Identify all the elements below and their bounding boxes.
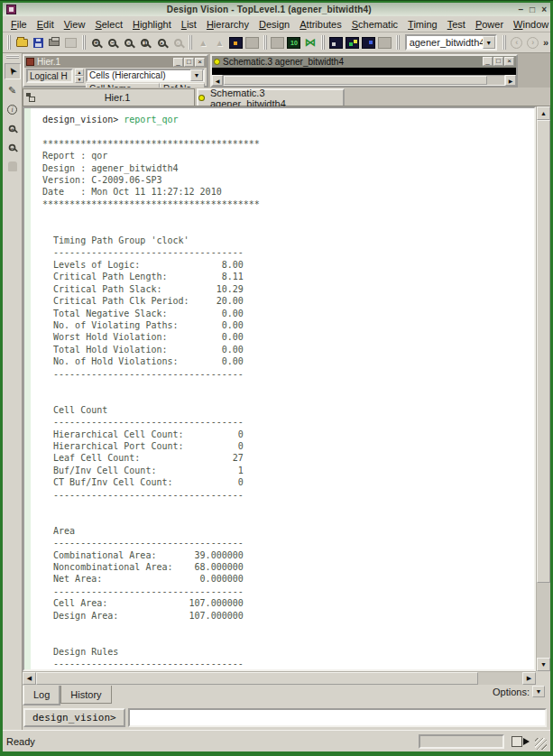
hier-minimize-button[interactable]: _ [173, 58, 183, 67]
zoom-fit-icon[interactable]: ▫ [121, 34, 137, 51]
resize-grip[interactable] [535, 738, 547, 750]
zoom-in-icon[interactable]: + [88, 34, 105, 51]
console-toggle-icon[interactable] [512, 735, 530, 748]
schematic-view-icon [270, 34, 286, 51]
schematic-canvas[interactable] [212, 68, 516, 76]
paths-view-icon[interactable] [327, 34, 344, 51]
view-tab-row: Hier.1 Schematic.3 agener_bitwidth4 [23, 88, 550, 106]
log-hscrollbar[interactable]: ◀ ▶ [23, 671, 536, 685]
new-timing-view-icon[interactable]: 10 [286, 34, 302, 51]
symbol-view-icon [244, 34, 261, 51]
map-view-icon[interactable] [360, 34, 376, 51]
menu-edit[interactable]: Edit [32, 18, 59, 31]
log-vscrollbar[interactable]: ▲ ▼ [536, 106, 550, 671]
hier-spinner[interactable]: ▲▼ [75, 69, 84, 83]
hier-window-title: Hier.1 [37, 57, 60, 67]
menu-attributes[interactable]: Attributes [295, 18, 346, 31]
toolbar-grip[interactable] [321, 35, 325, 50]
chevron-down-icon[interactable]: ▼ [483, 36, 495, 49]
tool-strip-grip[interactable] [6, 55, 19, 59]
menu-select[interactable]: Select [90, 18, 127, 31]
log-hscroll-thumb[interactable] [36, 672, 478, 685]
menu-test[interactable]: Test [443, 18, 470, 31]
zoom-out-tool-icon[interactable]: − [5, 139, 21, 155]
hier-window-titlebar[interactable]: Hier.1 _ □ × [24, 56, 207, 68]
zoom-in-tool-icon[interactable]: + [5, 120, 21, 136]
scroll-up-icon[interactable]: ▲ [537, 106, 550, 120]
print-icon[interactable] [46, 34, 62, 51]
menu-hierarchy[interactable]: Hierarchy [202, 18, 253, 31]
toolbar-overflow-chevron[interactable]: » [543, 37, 548, 48]
new-schematic-view-icon[interactable]: ⋈ [302, 34, 318, 51]
histogram-view-icon[interactable] [344, 34, 360, 51]
schematic-window-titlebar[interactable]: Schematic.3 agener_bitwidth4 _ □ × [212, 56, 516, 68]
maximize-button[interactable]: □ [530, 5, 535, 14]
scroll-corner [536, 671, 550, 685]
hier-window[interactable]: Hier.1 _ □ × Logical H ▲▼ [23, 54, 208, 88]
hier-close-button[interactable]: × [195, 58, 205, 67]
app-icon[interactable] [6, 5, 16, 14]
toolbar-grip[interactable] [502, 35, 506, 50]
status-text: Ready [6, 736, 35, 747]
menu-power[interactable]: Power [471, 18, 508, 31]
schematic-window[interactable]: Schematic.3 agener_bitwidth4 _ □ × ◀ ▶ [210, 54, 518, 88]
schematic-hscroll-thumb[interactable] [224, 76, 487, 85]
close-button[interactable]: × [541, 5, 547, 14]
menu-design[interactable]: Design [254, 18, 294, 31]
open-file-icon[interactable] [14, 34, 30, 51]
save-icon[interactable] [30, 34, 46, 51]
options-label: Options: [493, 687, 530, 697]
menu-timing[interactable]: Timing [403, 18, 442, 31]
hier-cells-filter-combo[interactable]: Cells (Hierarchical) ▼ [86, 69, 205, 82]
menu-schematic[interactable]: Schematic [347, 18, 402, 31]
schematic-restore-button[interactable]: □ [493, 57, 503, 66]
toolbar-grip[interactable] [189, 35, 192, 50]
schematic-close-button[interactable]: × [504, 57, 514, 66]
hierarchy-icon [26, 58, 34, 66]
toolbar-grip[interactable] [7, 35, 11, 50]
title-bar: Design Vision - TopLevel.1 (agener_bitwi… [3, 3, 550, 16]
menu-highlight[interactable]: Highlight [128, 18, 176, 31]
tab-log[interactable]: Log [23, 686, 60, 705]
log-view[interactable]: design_vision> report_qor **************… [23, 106, 536, 671]
scroll-right-icon[interactable]: ▶ [522, 672, 536, 685]
window-title: Design Vision - TopLevel.1 (agener_bitwi… [20, 5, 519, 14]
tab-schematic[interactable]: Schematic.3 agener_bitwidth4 [197, 88, 345, 106]
hier-view-mode-combo[interactable]: Logical H [26, 69, 73, 83]
menu-list[interactable]: List [177, 18, 201, 31]
select-cursor-icon[interactable]: ➤ [5, 63, 21, 79]
menu-file[interactable]: File [6, 18, 32, 31]
schematic-minimize-button[interactable]: _ [483, 57, 493, 66]
zoom-out-icon[interactable]: − [105, 34, 121, 51]
zoom-selected-icon[interactable]: • [153, 34, 170, 51]
design-selector[interactable]: agener_bitwidth4 ▼ [405, 34, 497, 51]
annotate-pencil-icon[interactable]: ✎ [5, 82, 21, 98]
tab-history[interactable]: History [60, 686, 111, 704]
chevron-down-icon[interactable]: ▼ [190, 69, 203, 81]
menu-view[interactable]: View [60, 18, 90, 31]
options-dropdown-icon[interactable]: ▼ [532, 686, 545, 697]
new-symbol-view-icon[interactable] [228, 34, 244, 51]
scroll-down-icon[interactable]: ▼ [537, 658, 550, 671]
scroll-left-icon[interactable]: ◀ [212, 75, 223, 86]
menu-window[interactable]: Window [509, 18, 553, 31]
toolbar-grip[interactable] [396, 35, 400, 50]
toolbar-grip[interactable] [82, 35, 86, 50]
save-session-icon [62, 34, 78, 51]
hierarchy-icon [26, 93, 35, 102]
zoom-one-to-one-icon[interactable]: 1 [137, 34, 153, 51]
info-icon[interactable]: i [5, 101, 21, 117]
tab-hier[interactable]: Hier.1 [23, 88, 195, 106]
hier-maximize-button[interactable]: □ [184, 58, 194, 67]
scroll-left-icon[interactable]: ◀ [23, 672, 36, 685]
command-row: design_vision> [23, 705, 550, 730]
schematic-hscrollbar[interactable]: ◀ ▶ [212, 75, 516, 86]
scroll-right-icon[interactable]: ▶ [505, 75, 516, 86]
command-input[interactable] [128, 708, 547, 727]
toolbar-grip[interactable] [263, 35, 267, 50]
log-vscroll-thumb[interactable] [537, 120, 550, 583]
minimize-button[interactable]: – [519, 5, 524, 14]
column-header-ref-name[interactable]: Ref Na [160, 83, 205, 88]
menu-bar: File Edit View Select Highlight List Hie… [3, 16, 550, 32]
column-header-cell-name[interactable]: Cell Name [86, 83, 160, 88]
